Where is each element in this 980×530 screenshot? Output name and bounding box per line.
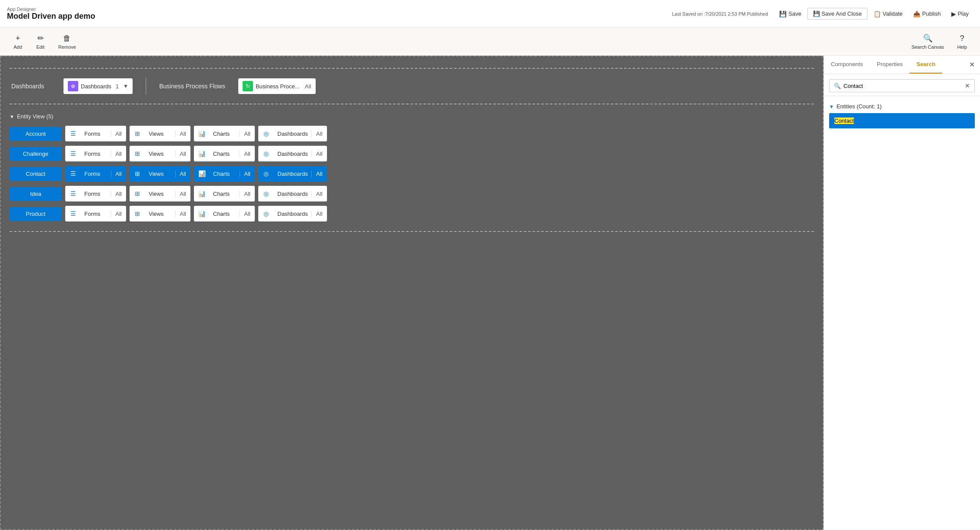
toolbar: + Add ✏ Edit 🗑 Remove 🔍 Search Canvas ? … [0, 28, 980, 56]
dashboards-chip-label: Dashboards [81, 83, 111, 90]
component-all-label: All [111, 191, 126, 197]
component-label: Views [145, 151, 175, 157]
top-bar-actions: Last Saved on :7/20/2021 2:53 PM Publish… [672, 8, 973, 20]
search-box: 🔍 ✕ [829, 79, 975, 92]
help-button[interactable]: ? Help [951, 32, 973, 51]
app-label: App Designer [7, 7, 95, 12]
entities-section-header[interactable]: ▼ Entities (Count: 1) [829, 101, 975, 113]
remove-button[interactable]: 🗑 Remove [52, 32, 82, 51]
publish-button[interactable]: 📤 Publish [909, 8, 945, 20]
charts-icon: 📊 [194, 186, 210, 201]
entity-component-chip[interactable]: ☰FormsAll [65, 206, 126, 221]
save-icon: 💾 [779, 10, 787, 17]
forms-icon: ☰ [65, 186, 81, 201]
component-label: Dashboards [274, 211, 311, 217]
dashboard-chip-icon: ⊕ [68, 81, 78, 91]
validate-button[interactable]: 📋 Validate [869, 8, 907, 20]
entity-component-chip[interactable]: ⊞ViewsAll [130, 186, 190, 201]
tab-components[interactable]: Components [824, 56, 870, 74]
forms-icon: ☰ [65, 166, 81, 181]
entity-component-chip[interactable]: ⊞ViewsAll [130, 146, 190, 161]
component-all-label: All [240, 211, 255, 217]
entity-result-item[interactable]: Contact [829, 113, 975, 128]
entity-component-chip[interactable]: 📊ChartsAll [194, 146, 255, 161]
entity-component-chip[interactable]: 📊ChartsAll [194, 186, 255, 201]
entity-name-button[interactable]: Account [10, 127, 62, 141]
search-canvas-icon: 🔍 [923, 34, 933, 43]
bpf-separator [146, 77, 146, 95]
search-input[interactable] [843, 83, 962, 89]
entity-name-button[interactable]: Product [10, 207, 62, 221]
middle-separator [10, 104, 814, 104]
entity-component-chip[interactable]: ☰FormsAll [65, 126, 126, 141]
entity-component-chip[interactable]: ⊞ViewsAll [130, 166, 190, 181]
entity-component-chip[interactable]: ☰FormsAll [65, 186, 126, 201]
panel-tabs: Components Properties Search ✕ [824, 56, 980, 74]
canvas-area[interactable]: Dashboards ⊕ Dashboards 1 ▼ Business Pro… [0, 56, 823, 530]
entity-name-button[interactable]: Challenge [10, 147, 62, 161]
search-canvas-button[interactable]: 🔍 Search Canvas [905, 32, 950, 51]
save-and-close-button[interactable]: 💾 Save And Close [807, 8, 867, 20]
search-clear-icon[interactable]: ✕ [965, 82, 970, 89]
panel-search-area: 🔍 ✕ [824, 74, 980, 96]
dashboards-label: Dashboards [11, 83, 55, 90]
help-icon: ? [960, 34, 964, 43]
forms-icon: ☰ [65, 146, 81, 161]
bpf-chip[interactable]: ↻ Business Proce... All [238, 78, 316, 94]
entity-component-chip[interactable]: 📊ChartsAll [194, 126, 255, 141]
component-all-label: All [240, 151, 255, 157]
charts-icon: 📊 [194, 206, 210, 221]
panel-close-button[interactable]: ✕ [964, 57, 980, 72]
dashboards-chip[interactable]: ⊕ Dashboards 1 ▼ [63, 78, 133, 94]
dashboard-bpf-row: Dashboards ⊕ Dashboards 1 ▼ Business Pro… [10, 73, 814, 99]
charts-icon: 📊 [194, 126, 210, 141]
entities-section: ▼ Entities (Count: 1) Contact [824, 96, 980, 134]
entity-component-chip[interactable]: 📊ChartsAll [194, 166, 255, 181]
right-panel: Components Properties Search ✕ 🔍 ✕ ▼ Ent… [823, 56, 980, 530]
add-icon: + [16, 34, 20, 43]
tab-search[interactable]: Search [910, 56, 942, 74]
component-label: Forms [81, 171, 111, 177]
entity-component-chip[interactable]: ☰FormsAll [65, 146, 126, 161]
dashboards-icon: ◎ [258, 186, 274, 201]
tab-properties[interactable]: Properties [870, 56, 910, 74]
top-bar: App Designer Model Driven app demo Last … [0, 0, 980, 28]
entity-component-chip[interactable]: ⊞ViewsAll [130, 206, 190, 221]
entity-component-chip[interactable]: ◎DashboardsAll [258, 206, 327, 221]
entity-component-chip[interactable]: 📊ChartsAll [194, 206, 255, 221]
component-label: Views [145, 131, 175, 137]
entity-component-chip[interactable]: ☰FormsAll [65, 166, 126, 181]
component-label: Dashboards [274, 131, 311, 137]
entity-component-chip[interactable]: ◎DashboardsAll [258, 166, 327, 181]
entity-component-chip[interactable]: ◎DashboardsAll [258, 186, 327, 201]
edit-button[interactable]: ✏ Edit [30, 32, 51, 51]
views-icon: ⊞ [130, 186, 145, 201]
bottom-separator [10, 231, 814, 232]
remove-icon: 🗑 [63, 34, 71, 43]
entity-component-chip[interactable]: ⊞ViewsAll [130, 126, 190, 141]
entity-row: Contact☰FormsAll⊞ViewsAll📊ChartsAll◎Dash… [10, 166, 814, 181]
entity-name-button[interactable]: Idea [10, 187, 62, 201]
component-label: Views [145, 211, 175, 217]
entity-view-header[interactable]: ▼ Entity View (5) [10, 111, 814, 122]
entity-component-chip[interactable]: ◎DashboardsAll [258, 126, 327, 141]
component-all-label: All [111, 171, 126, 177]
top-separator [10, 68, 814, 69]
views-icon: ⊞ [130, 146, 145, 161]
entity-row: Account☰FormsAll⊞ViewsAll📊ChartsAll◎Dash… [10, 126, 814, 141]
dashboards-icon: ◎ [258, 146, 274, 161]
component-all-label: All [175, 211, 190, 217]
entity-row: Challenge☰FormsAll⊞ViewsAll📊ChartsAll◎Da… [10, 146, 814, 161]
dashboards-icon: ◎ [258, 166, 274, 181]
add-button[interactable]: + Add [7, 32, 29, 51]
component-label: Dashboards [274, 191, 311, 197]
bpf-chip-icon: ↻ [243, 81, 253, 91]
bpf-all-label: All [305, 83, 311, 90]
save-button[interactable]: 💾 Save [775, 8, 806, 20]
entity-component-chip[interactable]: ◎DashboardsAll [258, 146, 327, 161]
entity-view-section: ▼ Entity View (5) Account☰FormsAll⊞Views… [10, 109, 814, 227]
app-title: Model Driven app demo [7, 12, 95, 21]
play-button[interactable]: ▶ Play [947, 8, 973, 20]
entity-name-button[interactable]: Contact [10, 167, 62, 181]
entity-view-chevron-icon: ▼ [10, 114, 14, 119]
